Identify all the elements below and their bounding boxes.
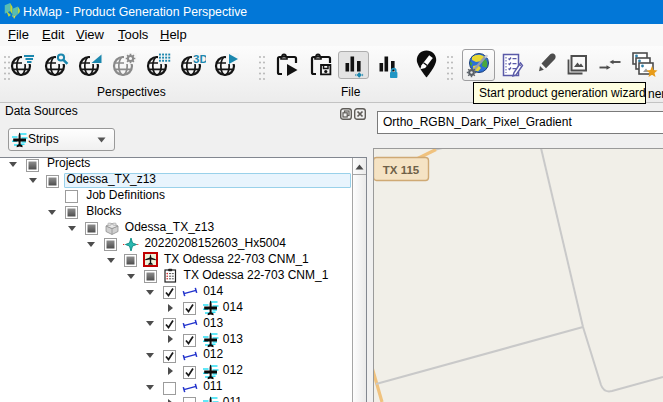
svg-text:3D: 3D <box>193 53 206 65</box>
svg-text:TX 115: TX 115 <box>383 164 420 176</box>
